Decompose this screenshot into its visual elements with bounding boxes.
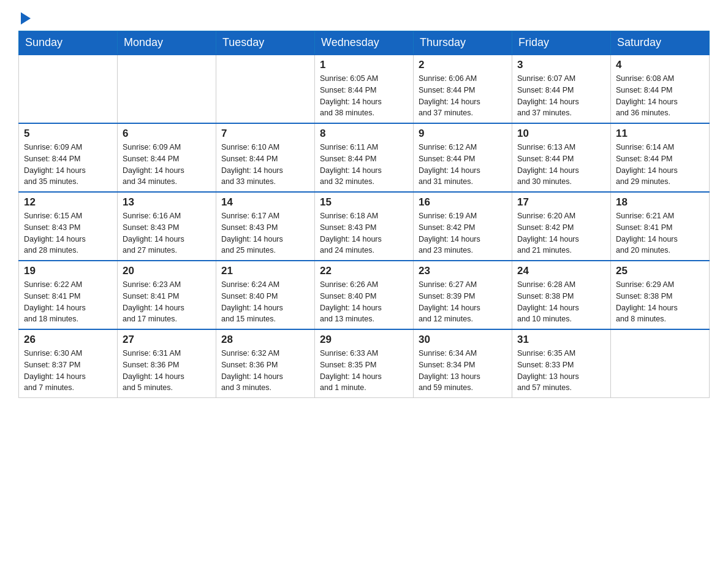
day-info: Sunrise: 6:07 AMSunset: 8:44 PMDaylight:… [517,73,605,119]
calendar-week-5: 26Sunrise: 6:30 AMSunset: 8:37 PMDayligh… [19,329,710,398]
day-info: Sunrise: 6:12 AMSunset: 8:44 PMDaylight:… [419,142,507,188]
weekday-header-friday: Friday [512,31,611,55]
day-info: Sunrise: 6:20 AMSunset: 8:42 PMDaylight:… [517,210,605,256]
calendar-cell: 20Sunrise: 6:23 AMSunset: 8:41 PMDayligh… [118,261,216,329]
calendar-cell: 4Sunrise: 6:08 AMSunset: 8:44 PMDaylight… [611,55,710,123]
day-info: Sunrise: 6:11 AMSunset: 8:44 PMDaylight:… [320,142,408,188]
page-header [18,12,710,25]
calendar-cell: 28Sunrise: 6:32 AMSunset: 8:36 PMDayligh… [216,329,315,398]
calendar-cell: 17Sunrise: 6:20 AMSunset: 8:42 PMDayligh… [512,192,611,261]
day-info: Sunrise: 6:08 AMSunset: 8:44 PMDaylight:… [616,73,704,119]
calendar-cell: 12Sunrise: 6:15 AMSunset: 8:43 PMDayligh… [19,192,118,261]
weekday-header-saturday: Saturday [611,31,710,55]
calendar-cell: 22Sunrise: 6:26 AMSunset: 8:40 PMDayligh… [315,261,414,329]
logo [18,12,31,25]
day-number: 12 [24,196,112,209]
calendar-cell [118,55,216,123]
calendar-cell: 26Sunrise: 6:30 AMSunset: 8:37 PMDayligh… [19,329,118,398]
calendar-cell: 7Sunrise: 6:10 AMSunset: 8:44 PMDaylight… [216,123,315,192]
day-info: Sunrise: 6:35 AMSunset: 8:33 PMDaylight:… [517,348,605,394]
day-info: Sunrise: 6:32 AMSunset: 8:36 PMDaylight:… [221,348,309,394]
calendar-week-4: 19Sunrise: 6:22 AMSunset: 8:41 PMDayligh… [19,261,710,329]
day-info: Sunrise: 6:26 AMSunset: 8:40 PMDaylight:… [320,279,408,325]
day-number: 4 [616,59,704,71]
calendar-week-1: 1Sunrise: 6:05 AMSunset: 8:44 PMDaylight… [19,55,710,123]
day-number: 22 [320,265,408,277]
day-number: 8 [320,128,408,140]
day-info: Sunrise: 6:21 AMSunset: 8:41 PMDaylight:… [616,210,704,256]
calendar-cell: 30Sunrise: 6:34 AMSunset: 8:34 PMDayligh… [414,329,512,398]
day-number: 7 [221,128,309,140]
day-number: 19 [24,265,112,277]
calendar-cell: 14Sunrise: 6:17 AMSunset: 8:43 PMDayligh… [216,192,315,261]
day-info: Sunrise: 6:31 AMSunset: 8:36 PMDaylight:… [123,348,211,394]
day-number: 3 [517,59,605,71]
day-number: 16 [419,196,507,209]
day-number: 28 [221,334,309,346]
calendar-cell: 5Sunrise: 6:09 AMSunset: 8:44 PMDaylight… [19,123,118,192]
day-number: 2 [419,59,507,71]
calendar-cell [216,55,315,123]
calendar-cell [611,329,710,398]
day-number: 9 [419,128,507,140]
day-number: 5 [24,128,112,140]
calendar-cell: 21Sunrise: 6:24 AMSunset: 8:40 PMDayligh… [216,261,315,329]
day-number: 6 [123,128,211,140]
weekday-header-wednesday: Wednesday [315,31,414,55]
day-info: Sunrise: 6:19 AMSunset: 8:42 PMDaylight:… [419,210,507,256]
calendar-cell: 18Sunrise: 6:21 AMSunset: 8:41 PMDayligh… [611,192,710,261]
day-number: 18 [616,196,704,209]
day-number: 23 [419,265,507,277]
calendar-cell [19,55,118,123]
day-number: 17 [517,196,605,209]
day-number: 10 [517,128,605,140]
day-info: Sunrise: 6:09 AMSunset: 8:44 PMDaylight:… [123,142,211,188]
day-info: Sunrise: 6:34 AMSunset: 8:34 PMDaylight:… [419,348,507,394]
day-number: 13 [123,196,211,209]
day-number: 20 [123,265,211,277]
day-info: Sunrise: 6:29 AMSunset: 8:38 PMDaylight:… [616,279,704,325]
calendar-cell: 27Sunrise: 6:31 AMSunset: 8:36 PMDayligh… [118,329,216,398]
calendar-cell: 29Sunrise: 6:33 AMSunset: 8:35 PMDayligh… [315,329,414,398]
weekday-header-thursday: Thursday [414,31,512,55]
day-info: Sunrise: 6:24 AMSunset: 8:40 PMDaylight:… [221,279,309,325]
day-info: Sunrise: 6:28 AMSunset: 8:38 PMDaylight:… [517,279,605,325]
calendar-cell: 3Sunrise: 6:07 AMSunset: 8:44 PMDaylight… [512,55,611,123]
day-info: Sunrise: 6:13 AMSunset: 8:44 PMDaylight:… [517,142,605,188]
day-number: 24 [517,265,605,277]
calendar-cell: 15Sunrise: 6:18 AMSunset: 8:43 PMDayligh… [315,192,414,261]
day-number: 27 [123,334,211,346]
calendar-cell: 25Sunrise: 6:29 AMSunset: 8:38 PMDayligh… [611,261,710,329]
day-info: Sunrise: 6:22 AMSunset: 8:41 PMDaylight:… [24,279,112,325]
calendar-cell: 31Sunrise: 6:35 AMSunset: 8:33 PMDayligh… [512,329,611,398]
day-info: Sunrise: 6:14 AMSunset: 8:44 PMDaylight:… [616,142,704,188]
calendar-cell: 10Sunrise: 6:13 AMSunset: 8:44 PMDayligh… [512,123,611,192]
day-number: 1 [320,59,408,71]
weekday-header-monday: Monday [118,31,216,55]
day-number: 31 [517,334,605,346]
calendar-cell: 2Sunrise: 6:06 AMSunset: 8:44 PMDaylight… [414,55,512,123]
day-number: 25 [616,265,704,277]
calendar: SundayMondayTuesdayWednesdayThursdayFrid… [18,31,710,398]
day-info: Sunrise: 6:23 AMSunset: 8:41 PMDaylight:… [123,279,211,325]
day-number: 29 [320,334,408,346]
calendar-cell: 6Sunrise: 6:09 AMSunset: 8:44 PMDaylight… [118,123,216,192]
calendar-cell: 16Sunrise: 6:19 AMSunset: 8:42 PMDayligh… [414,192,512,261]
calendar-cell: 23Sunrise: 6:27 AMSunset: 8:39 PMDayligh… [414,261,512,329]
day-info: Sunrise: 6:16 AMSunset: 8:43 PMDaylight:… [123,210,211,256]
weekday-header-tuesday: Tuesday [216,31,315,55]
day-number: 14 [221,196,309,209]
day-number: 26 [24,334,112,346]
calendar-cell: 8Sunrise: 6:11 AMSunset: 8:44 PMDaylight… [315,123,414,192]
day-info: Sunrise: 6:27 AMSunset: 8:39 PMDaylight:… [419,279,507,325]
calendar-cell: 9Sunrise: 6:12 AMSunset: 8:44 PMDaylight… [414,123,512,192]
day-info: Sunrise: 6:33 AMSunset: 8:35 PMDaylight:… [320,348,408,394]
calendar-cell: 11Sunrise: 6:14 AMSunset: 8:44 PMDayligh… [611,123,710,192]
day-info: Sunrise: 6:09 AMSunset: 8:44 PMDaylight:… [24,142,112,188]
day-number: 21 [221,265,309,277]
calendar-cell: 24Sunrise: 6:28 AMSunset: 8:38 PMDayligh… [512,261,611,329]
calendar-cell: 13Sunrise: 6:16 AMSunset: 8:43 PMDayligh… [118,192,216,261]
day-info: Sunrise: 6:17 AMSunset: 8:43 PMDaylight:… [221,210,309,256]
weekday-header-sunday: Sunday [19,31,118,55]
day-info: Sunrise: 6:05 AMSunset: 8:44 PMDaylight:… [320,73,408,119]
